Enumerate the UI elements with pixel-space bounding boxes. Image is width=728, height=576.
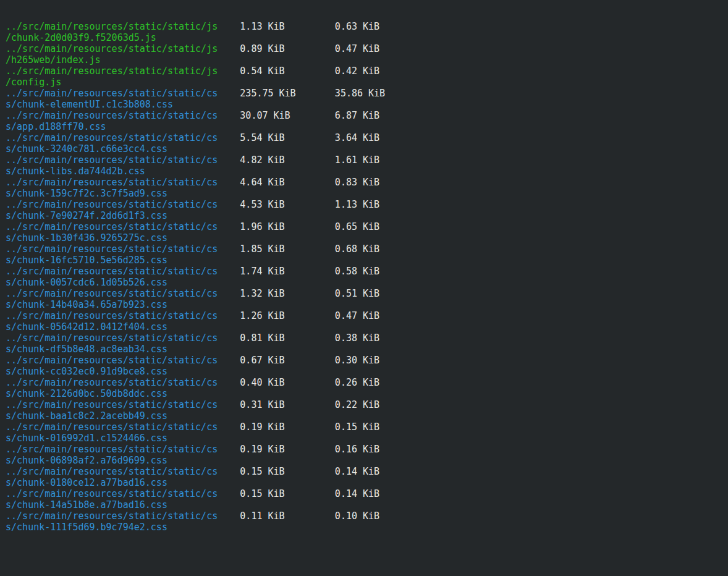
file-entry-line1: ../src/main/resources/static/static/js 0…	[0, 43, 728, 54]
file-entry-line2: s/chunk-016992d1.c1524466.css	[0, 433, 728, 444]
file-entry-line1: ../src/main/resources/static/static/cs 4…	[0, 177, 728, 188]
file-entry-line1: ../src/main/resources/static/static/cs 3…	[0, 110, 728, 121]
file-path: ../src/main/resources/static/static/cs	[0, 132, 240, 143]
file-entry-line1: ../src/main/resources/static/static/cs 2…	[0, 88, 728, 99]
file-path-wrapped: s/chunk-0180ce12.a77bad16.css	[0, 477, 167, 488]
file-entry-line1: ../src/main/resources/static/static/cs 1…	[0, 244, 728, 255]
file-path: ../src/main/resources/static/static/cs	[0, 266, 240, 277]
file-entry-line2: /config.js	[0, 77, 728, 88]
file-size: 5.54 KiB	[240, 132, 335, 143]
file-path-wrapped: s/chunk-14a51b8e.a77bad16.css	[0, 499, 167, 510]
file-path: ../src/main/resources/static/static/cs	[0, 199, 240, 210]
file-entry-line2: s/chunk-cc032ec0.91d9bce8.css	[0, 366, 728, 377]
file-entry-line1: ../src/main/resources/static/static/cs 0…	[0, 488, 728, 499]
file-path: ../src/main/resources/static/static/cs	[0, 355, 240, 366]
file-entry-line1: ../src/main/resources/static/static/cs 4…	[0, 155, 728, 166]
file-list: ../src/main/resources/static/static/js 1…	[0, 21, 728, 533]
file-entry-line1: ../src/main/resources/static/static/cs 1…	[0, 221, 728, 232]
file-gzip-size: 6.87 KiB	[335, 110, 379, 121]
file-gzip-size: 0.42 KiB	[335, 66, 379, 77]
file-gzip-size: 0.14 KiB	[335, 488, 379, 499]
file-entry-line1: ../src/main/resources/static/static/cs 0…	[0, 377, 728, 388]
file-path-wrapped: s/chunk-7e90274f.2dd6d1f3.css	[0, 210, 167, 221]
file-size: 0.31 KiB	[240, 399, 335, 410]
file-gzip-size: 0.68 KiB	[335, 244, 379, 255]
file-size: 30.07 KiB	[240, 110, 335, 121]
file-entry-line2: s/chunk-14a51b8e.a77bad16.css	[0, 499, 728, 510]
file-entry-line1: ../src/main/resources/static/static/cs 0…	[0, 421, 728, 433]
file-size: 0.15 KiB	[240, 488, 335, 499]
terminal-output[interactable]: ../src/main/resources/static/static/js 1…	[0, 0, 728, 575]
file-gzip-size: 0.26 KiB	[335, 377, 379, 388]
file-path-wrapped: s/chunk-df5b8e48.ac8eab34.css	[0, 344, 167, 355]
file-entry-line1: ../src/main/resources/static/static/cs 0…	[0, 399, 728, 410]
file-size: 0.40 KiB	[240, 377, 335, 388]
file-entry-line1: ../src/main/resources/static/static/cs 0…	[0, 444, 728, 455]
file-entry-line2: s/chunk-0057cdc6.1d05b526.css	[0, 277, 728, 288]
file-gzip-size: 0.58 KiB	[335, 266, 379, 277]
file-size: 1.26 KiB	[240, 310, 335, 321]
file-path-wrapped: s/chunk-111f5d69.b9c794e2.css	[0, 522, 167, 533]
file-entry-line2: s/chunk-elementUI.c1c3b808.css	[0, 99, 728, 110]
file-entry-line1: ../src/main/resources/static/static/cs 0…	[0, 332, 728, 344]
file-path-wrapped: /h265web/index.js	[0, 54, 101, 66]
file-size: 1.85 KiB	[240, 244, 335, 255]
file-size: 1.32 KiB	[240, 288, 335, 299]
file-path-wrapped: s/chunk-14b40a34.65a7b923.css	[0, 299, 167, 310]
file-entry-line1: ../src/main/resources/static/static/js 0…	[0, 66, 728, 77]
file-entry-line2: s/chunk-16fc5710.5e56d285.css	[0, 255, 728, 266]
file-path-wrapped: s/chunk-3240c781.c66e3cc4.css	[0, 143, 167, 155]
file-entry-line1: ../src/main/resources/static/static/cs 4…	[0, 199, 728, 210]
file-path: ../src/main/resources/static/static/cs	[0, 377, 240, 388]
file-gzip-size: 0.63 KiB	[335, 21, 379, 32]
file-gzip-size: 1.13 KiB	[335, 199, 379, 210]
file-path: ../src/main/resources/static/static/cs	[0, 177, 240, 188]
file-gzip-size: 0.22 KiB	[335, 399, 379, 410]
file-entry-line1: ../src/main/resources/static/static/cs 0…	[0, 466, 728, 477]
file-entry-line2: s/chunk-2126d0bc.50db8ddc.css	[0, 388, 728, 399]
blank-line	[0, 555, 728, 566]
file-entry-line2: s/chunk-159c7f2c.3c7f5ad9.css	[0, 188, 728, 199]
file-path: ../src/main/resources/static/static/cs	[0, 466, 240, 477]
file-gzip-size: 35.86 KiB	[335, 88, 385, 99]
file-path: ../src/main/resources/static/static/js	[0, 43, 240, 54]
file-entry-line1: ../src/main/resources/static/static/cs 1…	[0, 288, 728, 299]
file-path: ../src/main/resources/static/static/cs	[0, 444, 240, 455]
file-path: ../src/main/resources/static/static/cs	[0, 310, 240, 321]
file-path-wrapped: s/chunk-1b30f436.9265275c.css	[0, 232, 167, 244]
file-size: 1.74 KiB	[240, 266, 335, 277]
file-entry-line2: /h265web/index.js	[0, 54, 728, 66]
file-path: ../src/main/resources/static/static/cs	[0, 332, 240, 344]
file-size: 235.75 KiB	[240, 88, 335, 99]
file-path: ../src/main/resources/static/static/cs	[0, 399, 240, 410]
file-path-wrapped: s/chunk-2126d0bc.50db8ddc.css	[0, 388, 167, 399]
file-entry-line2: /chunk-2d0d03f9.f52063d5.js	[0, 32, 728, 43]
file-size: 0.54 KiB	[240, 66, 335, 77]
file-gzip-size: 0.47 KiB	[335, 43, 379, 54]
file-size: 0.19 KiB	[240, 421, 335, 433]
file-entry-line1: ../src/main/resources/static/static/cs 0…	[0, 355, 728, 366]
file-gzip-size: 0.38 KiB	[335, 332, 379, 344]
file-entry-line2: s/chunk-3240c781.c66e3cc4.css	[0, 143, 728, 155]
file-entry-line1: ../src/main/resources/static/static/cs 0…	[0, 510, 728, 522]
file-path: ../src/main/resources/static/static/cs	[0, 288, 240, 299]
file-path-wrapped: s/chunk-baa1c8c2.2acebb49.css	[0, 410, 167, 421]
file-gzip-size: 0.51 KiB	[335, 288, 379, 299]
file-path-wrapped: s/chunk-cc032ec0.91d9bce8.css	[0, 366, 167, 377]
file-size: 0.81 KiB	[240, 332, 335, 344]
file-path-wrapped: /chunk-2d0d03f9.f52063d5.js	[0, 32, 156, 43]
file-entry-line2: s/chunk-14b40a34.65a7b923.css	[0, 299, 728, 310]
file-gzip-size: 0.83 KiB	[335, 177, 379, 188]
file-gzip-size: 0.47 KiB	[335, 310, 379, 321]
file-entry-line1: ../src/main/resources/static/static/cs 1…	[0, 310, 728, 321]
file-entry-line2: s/chunk-1b30f436.9265275c.css	[0, 232, 728, 244]
file-size: 0.11 KiB	[240, 510, 335, 522]
file-entry-line2: s/app.d188ff70.css	[0, 121, 728, 132]
file-gzip-size: 0.30 KiB	[335, 355, 379, 366]
file-entry-line2: s/chunk-06898af2.a76d9699.css	[0, 455, 728, 466]
file-gzip-size: 0.15 KiB	[335, 421, 379, 433]
file-path: ../src/main/resources/static/static/cs	[0, 510, 240, 522]
file-path: ../src/main/resources/static/static/cs	[0, 110, 240, 121]
file-entry-line2: s/chunk-baa1c8c2.2acebb49.css	[0, 410, 728, 421]
file-size: 4.82 KiB	[240, 155, 335, 166]
